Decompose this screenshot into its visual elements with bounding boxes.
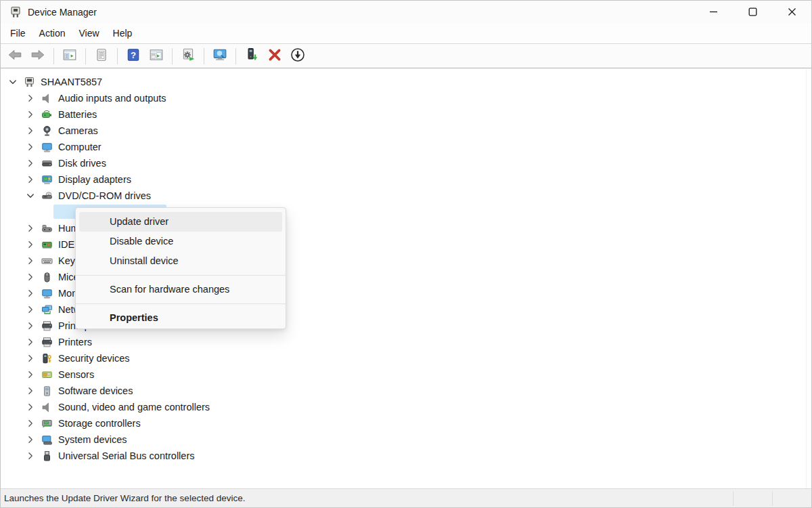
monitor-icon (41, 142, 53, 153)
tree-item-computer[interactable]: Computer (1, 139, 805, 155)
chevron-right-icon[interactable] (25, 337, 36, 347)
chevron-right-icon[interactable] (25, 255, 36, 266)
maximize-icon (748, 7, 758, 17)
console-tree-button[interactable] (60, 47, 80, 66)
chevron-right-icon[interactable] (25, 142, 36, 152)
tree-item-audio-inputs-and-outputs[interactable]: Audio inputs and outputs (1, 90, 805, 106)
system-device-icon (41, 434, 53, 446)
pc-root-icon (24, 77, 35, 88)
export-list-icon (94, 47, 109, 65)
chevron-right-icon[interactable] (25, 385, 36, 396)
tree-item-sensors[interactable]: Sensors (1, 366, 805, 383)
chevron-right-icon[interactable] (25, 125, 36, 136)
scrollbar-track[interactable] (806, 69, 807, 488)
chevron-right-icon[interactable] (25, 320, 36, 331)
tree-item-storage-controllers[interactable]: Storage controllers (1, 415, 805, 431)
scan-hardware-icon (181, 47, 196, 65)
tree-item-dvd-cd-rom-drives[interactable]: DVD/CD-ROM drives (1, 188, 805, 204)
chevron-right-icon[interactable] (25, 434, 36, 445)
hid-icon (41, 223, 53, 234)
help-button[interactable]: ? (123, 47, 143, 66)
tree-item-cameras[interactable]: Cameras (1, 123, 805, 139)
menu-view[interactable]: View (72, 24, 106, 42)
tree-item-label: SHAANT5857 (41, 77, 102, 87)
tree-item-printers[interactable]: Printers (1, 334, 805, 350)
minimize-button[interactable] (694, 1, 733, 23)
context-menu: Update driverDisable deviceUninstall dev… (75, 207, 286, 329)
menu-action[interactable]: Action (32, 24, 72, 42)
toolbar-separator (172, 48, 173, 64)
context-menu-item-disable-device[interactable]: Disable device (76, 232, 286, 251)
tree-item-universal-serial-bus-controllers[interactable]: Universal Serial Bus controllers (1, 448, 805, 464)
back-button[interactable] (5, 47, 25, 66)
help-icon: ? (126, 47, 141, 65)
status-bar: Launches the Update Driver Wizard for th… (1, 488, 811, 507)
device-manager-app-icon (9, 6, 22, 18)
uninstall-device-button[interactable] (265, 47, 285, 66)
svg-text:?: ? (131, 50, 136, 60)
security-icon (41, 353, 53, 364)
tree-item-sound-video-and-game-controllers[interactable]: Sound, video and game controllers (1, 399, 805, 415)
scan-hardware-button[interactable] (178, 47, 198, 66)
tree-item-batteries[interactable]: Batteries (1, 106, 805, 123)
context-menu-item-properties[interactable]: Properties (76, 308, 286, 328)
tree-item-software-devices[interactable]: Software devices (1, 383, 805, 399)
chevron-right-icon[interactable] (25, 158, 36, 169)
tree-item-label: Computer (58, 142, 102, 152)
chevron-down-icon[interactable] (7, 77, 18, 87)
tree-item-label: Software devices (58, 385, 133, 396)
webcam-icon (41, 125, 53, 137)
chevron-right-icon[interactable] (25, 450, 36, 461)
mouse-icon (41, 272, 53, 283)
chevron-right-icon[interactable] (25, 93, 36, 104)
close-icon (787, 7, 797, 17)
context-menu-item-uninstall-device[interactable]: Uninstall device (76, 251, 286, 271)
software-device-icon (41, 385, 53, 397)
chevron-right-icon[interactable] (25, 418, 36, 429)
chevron-right-icon[interactable] (25, 369, 36, 380)
chevron-right-icon[interactable] (25, 353, 36, 364)
tree-item-security-devices[interactable]: Security devices (1, 350, 805, 366)
export-list-button[interactable] (91, 47, 112, 66)
menu-file[interactable]: File (3, 24, 32, 42)
forward-button[interactable] (28, 47, 48, 66)
menu-help[interactable]: Help (106, 24, 139, 42)
action-pane-button[interactable] (146, 47, 166, 66)
tree-item-label: Sensors (58, 369, 94, 380)
update-driver-button[interactable] (242, 47, 262, 66)
chevron-right-icon[interactable] (25, 402, 36, 412)
console-tree-icon (62, 47, 77, 65)
chevron-right-icon[interactable] (25, 304, 36, 315)
chevron-down-icon[interactable] (25, 190, 36, 201)
status-divider (772, 491, 773, 506)
chevron-right-icon[interactable] (25, 239, 36, 250)
remote-computer-button[interactable] (210, 47, 230, 66)
display-adapter-icon (41, 174, 53, 186)
context-menu-item-scan-for-hardware-changes[interactable]: Scan for hardware changes (76, 280, 286, 299)
chevron-spacer (43, 207, 53, 217)
keyboard-icon (41, 255, 53, 267)
harddisk-icon (41, 158, 53, 169)
context-menu-item-update-driver[interactable]: Update driver (79, 212, 282, 232)
window-title: Device Manager (28, 7, 97, 18)
context-menu-separator (76, 275, 286, 276)
back-icon (7, 47, 22, 65)
tree-item-system-devices[interactable]: System devices (1, 431, 805, 448)
disable-device-button[interactable] (288, 47, 308, 66)
network-icon (41, 304, 53, 316)
chevron-right-icon[interactable] (25, 288, 36, 299)
forward-icon (30, 47, 45, 65)
tree-item-label: Universal Serial Bus controllers (58, 450, 194, 461)
tree-item-disk-drives[interactable]: Disk drives (1, 155, 805, 171)
sensor-icon (41, 369, 53, 381)
chevron-right-icon[interactable] (25, 109, 36, 120)
chevron-right-icon[interactable] (25, 272, 36, 282)
chevron-right-icon[interactable] (25, 174, 36, 185)
tree-item-display-adapters[interactable]: Display adapters (1, 171, 805, 188)
tree-item-shaant5857[interactable]: SHAANT5857 (1, 74, 805, 90)
toolbar-separator (85, 48, 86, 64)
tree-item-label: Batteries (58, 109, 97, 120)
chevron-right-icon[interactable] (25, 223, 36, 234)
close-button[interactable] (772, 1, 811, 23)
maximize-button[interactable] (733, 1, 772, 23)
